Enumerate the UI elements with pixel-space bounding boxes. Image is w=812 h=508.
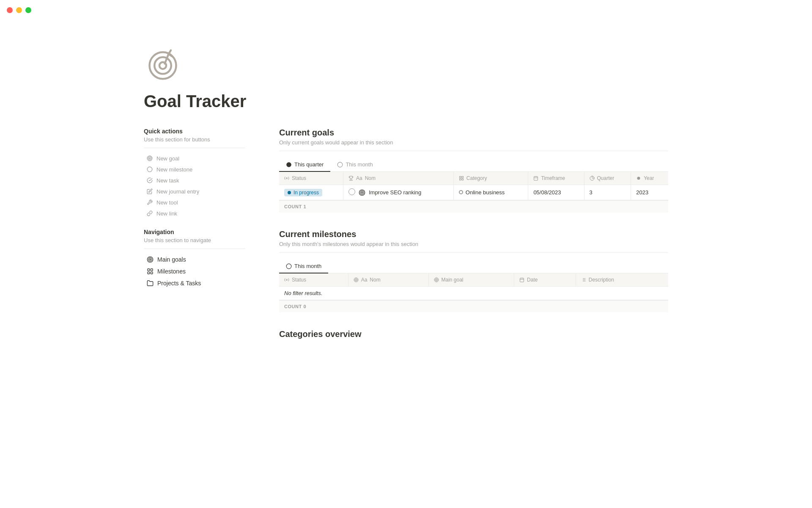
navigation-desc: Use this section to navigate [144, 237, 245, 243]
goals-table: Status Aa Nom [279, 172, 668, 200]
current-milestones-title: Current milestones [279, 229, 668, 239]
categories-overview-title: Categories overview [279, 329, 668, 339]
current-milestones-section: Current milestones Only this month's mil… [279, 229, 668, 312]
maximize-button[interactable] [25, 7, 31, 13]
goals-row-nom: Improve SEO ranking [343, 185, 453, 200]
nav-projects-tasks-label: Projects & Tasks [157, 280, 201, 287]
goals-table-header-row: Status Aa Nom [279, 172, 668, 185]
new-task-icon [146, 177, 153, 184]
svg-point-34 [286, 279, 288, 281]
milestones-table-header-row: Status Aa Nom [279, 273, 668, 287]
current-milestones-desc: Only this month's milestones would appea… [279, 241, 668, 247]
page-icon [144, 46, 668, 85]
svg-point-7 [148, 157, 151, 160]
svg-rect-14 [151, 269, 153, 271]
milestones-count-row: COUNT 0 [279, 300, 668, 312]
svg-point-19 [286, 178, 288, 179]
milestones-no-results: No filter results. [279, 287, 668, 300]
nom-goal-icon [359, 189, 365, 196]
new-link-button[interactable]: New link [144, 208, 245, 218]
navigation-title: Navigation [144, 229, 245, 235]
quick-actions-divider [144, 148, 245, 148]
nom-checkbox[interactable] [348, 188, 355, 196]
svg-point-6 [147, 156, 152, 161]
goals-row-category: Online business [453, 185, 528, 200]
svg-point-12 [150, 259, 151, 260]
goals-row-status: In progress [279, 185, 343, 200]
milestones-col-nom: Aa Nom [348, 273, 428, 287]
goals-col-category: Category [453, 172, 528, 185]
minimize-button[interactable] [16, 7, 22, 13]
svg-rect-13 [148, 269, 150, 271]
titlebar [0, 0, 812, 20]
tab-milestones-this-month[interactable]: This month [279, 260, 328, 273]
new-goal-icon [146, 155, 153, 162]
current-goals-section: Current goals Only current goals would a… [279, 128, 668, 213]
svg-rect-23 [462, 179, 464, 180]
svg-point-33 [286, 264, 291, 269]
svg-point-40 [436, 279, 437, 280]
goal-tracker-icon [144, 46, 182, 84]
new-tool-button[interactable]: New tool [144, 197, 245, 207]
tab-this-quarter[interactable]: This quarter [279, 158, 330, 172]
quarter-tab-icon [286, 162, 292, 168]
nav-item-projects-tasks[interactable]: Projects & Tasks [144, 278, 245, 289]
svg-point-9 [147, 167, 152, 172]
status-badge: In progress [284, 189, 322, 196]
svg-point-8 [149, 158, 150, 159]
milestones-col-main-goal: Main goal [428, 273, 514, 287]
close-button[interactable] [7, 7, 13, 13]
milestones-col-status: Status [279, 273, 348, 287]
navigation-section: Navigation Use this section to navigate … [144, 229, 245, 289]
new-milestone-button[interactable]: New milestone [144, 164, 245, 174]
goals-row-quarter: 3 [584, 185, 631, 200]
svg-rect-41 [520, 278, 524, 282]
new-milestone-icon [146, 166, 153, 173]
quick-actions-desc: Use this section for buttons [144, 136, 245, 143]
svg-rect-15 [148, 272, 150, 274]
status-dot [288, 191, 291, 194]
svg-point-36 [355, 279, 357, 281]
milestones-no-results-row: No filter results. [279, 287, 668, 300]
svg-rect-22 [459, 179, 461, 180]
navigation-divider [144, 248, 245, 249]
left-column: Quick actions Use this section for butto… [144, 128, 245, 290]
two-col-layout: Quick actions Use this section for butto… [144, 128, 668, 356]
current-goals-title: Current goals [279, 128, 668, 138]
main-goals-nav-icon [146, 256, 154, 263]
milestones-month-tab-icon [286, 263, 292, 269]
categories-overview-section: Categories overview [279, 329, 668, 339]
milestones-tabs: This month [279, 260, 668, 273]
nav-item-milestones[interactable]: Milestones [144, 266, 245, 277]
svg-point-29 [637, 177, 640, 180]
category-dot [459, 190, 463, 194]
svg-rect-16 [151, 272, 153, 274]
right-column: Current goals Only current goals would a… [279, 128, 668, 356]
nav-item-main-goals[interactable]: Main goals [144, 254, 245, 265]
page-title: Goal Tracker [144, 92, 668, 111]
svg-point-37 [356, 279, 357, 280]
current-goals-tabs: This quarter This month [279, 158, 668, 172]
nav-main-goals-label: Main goals [157, 256, 186, 263]
new-task-button[interactable]: New task [144, 175, 245, 185]
svg-point-18 [338, 162, 343, 167]
goals-col-timeframe: Timeframe [528, 172, 584, 185]
quick-actions-title: Quick actions [144, 128, 245, 135]
new-journal-entry-button[interactable]: New journal entry [144, 186, 245, 196]
svg-point-31 [360, 191, 364, 194]
goals-col-year: Year [631, 172, 668, 185]
goals-count-row: COUNT 1 [279, 200, 668, 213]
goals-col-quarter: Quarter [584, 172, 631, 185]
new-tool-icon [146, 199, 153, 206]
svg-point-17 [286, 162, 291, 167]
projects-tasks-nav-icon [146, 279, 154, 287]
goals-row-timeframe: 05/08/2023 [528, 185, 584, 200]
milestones-nav-icon [146, 268, 154, 275]
new-link-icon [146, 210, 153, 217]
svg-rect-21 [462, 177, 464, 178]
new-goal-button[interactable]: New goal [144, 153, 245, 163]
main-content: Goal Tracker Quick actions Use this sect… [110, 46, 702, 356]
quick-actions-section: Quick actions Use this section for butto… [144, 128, 245, 218]
svg-point-11 [148, 258, 152, 261]
tab-this-month-goals[interactable]: This month [330, 158, 379, 172]
